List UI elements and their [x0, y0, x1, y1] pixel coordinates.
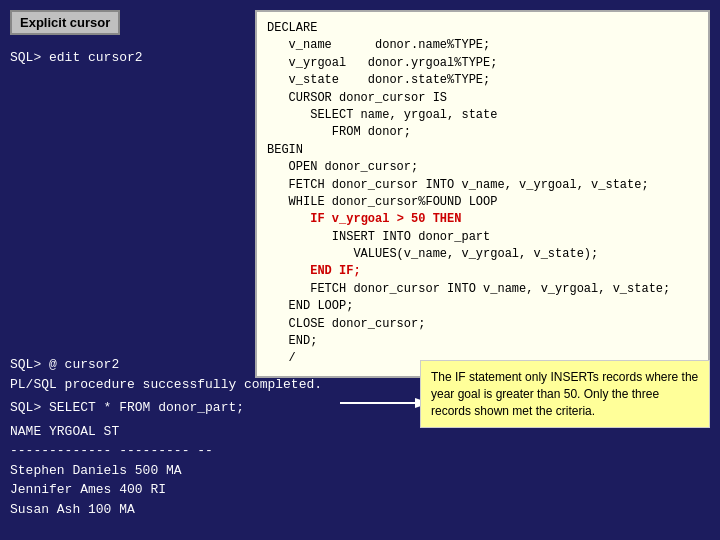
- code-box: DECLARE v_name donor.name%TYPE; v_yrgoal…: [255, 10, 710, 378]
- table-header: NAME YRGOAL ST: [10, 422, 322, 442]
- annotation-box: The IF statement only INSERTs records wh…: [420, 360, 710, 428]
- code-declare: DECLARE v_name donor.name%TYPE; v_yrgoal…: [267, 21, 670, 365]
- plsql-success: PL/SQL procedure successfully completed.: [10, 375, 322, 395]
- table-row-2: Jennifer Ames 400 RI: [10, 480, 322, 500]
- code-end-if: END IF;: [310, 264, 360, 278]
- bottom-section: SQL> @ cursor2 PL/SQL procedure successf…: [10, 355, 322, 519]
- code-if: IF v_yrgoal > 50 THEN: [310, 212, 461, 226]
- explicit-cursor-label: Explicit cursor: [10, 10, 120, 35]
- sql-edit-label: SQL> edit cursor2: [10, 50, 143, 65]
- table-divider: ------------- --------- --: [10, 441, 322, 461]
- slide: Explicit cursor SQL> edit cursor2 DECLAR…: [0, 0, 720, 540]
- sql-select: SQL> SELECT * FROM donor_part;: [10, 398, 322, 418]
- table-row-3: Susan Ash 100 MA: [10, 500, 322, 520]
- table-row-1: Stephen Daniels 500 MA: [10, 461, 322, 481]
- arrow: [340, 388, 420, 390]
- arrow-svg: [340, 388, 430, 418]
- sql-run: SQL> @ cursor2: [10, 355, 322, 375]
